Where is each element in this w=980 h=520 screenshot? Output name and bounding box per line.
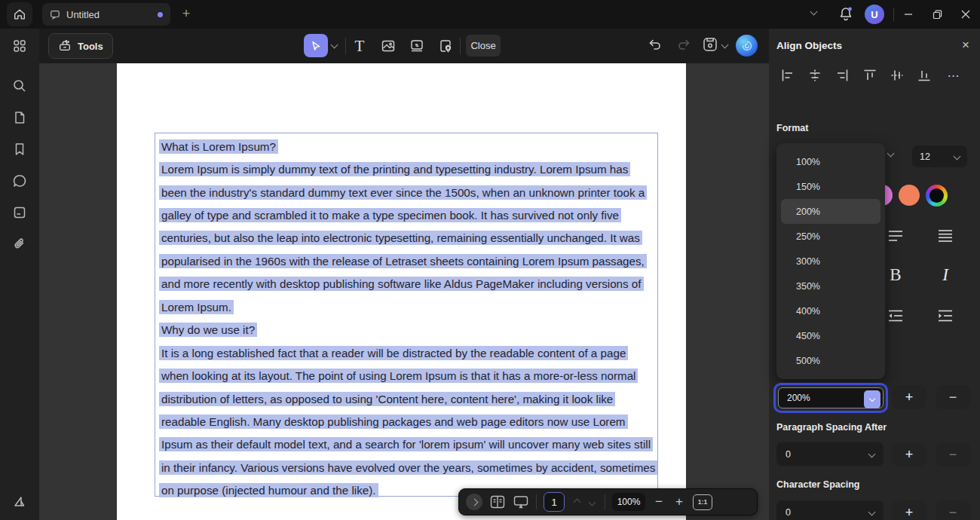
zoom-out-button[interactable]: −: [652, 494, 666, 509]
restore-button[interactable]: [926, 6, 948, 23]
add-location-button[interactable]: [435, 36, 456, 56]
dropdown-option[interactable]: 500%: [781, 348, 880, 373]
notification-bell-icon[interactable]: [838, 6, 853, 22]
font-size-select[interactable]: 12: [912, 145, 967, 167]
dropdown-option[interactable]: 250%: [781, 224, 880, 249]
select-tool-chevron-icon[interactable]: [331, 41, 338, 49]
redo-button[interactable]: [676, 37, 691, 52]
home-button[interactable]: [7, 2, 32, 26]
save-button[interactable]: [701, 35, 719, 54]
bottom-toolbar-divider: [605, 494, 605, 509]
tab-title: Untitled: [66, 9, 152, 20]
outdent-button[interactable]: [884, 304, 907, 327]
panel-close-button[interactable]: ×: [957, 37, 974, 54]
save-chevron-icon[interactable]: [721, 41, 729, 49]
format-section-label: Format: [776, 123, 808, 133]
paragraph-spacing-decrease-button[interactable]: −: [936, 442, 970, 466]
new-tab-button[interactable]: +: [179, 8, 193, 21]
add-link-button[interactable]: [406, 36, 427, 56]
document-line: when looking at its layout. The point of…: [159, 364, 657, 387]
document-page[interactable]: What is Lorem Ipsum? Lorem Ipsum is simp…: [117, 63, 686, 520]
dropdown-option[interactable]: 400%: [781, 298, 880, 323]
text-justify-button[interactable]: [934, 225, 957, 247]
zoom-level-input[interactable]: 100%: [612, 493, 645, 511]
bookmarks-button[interactable]: [11, 140, 29, 158]
indent-button[interactable]: [934, 304, 957, 327]
document-line: popularised in the 1960s with the releas…: [159, 249, 657, 272]
character-spacing-select[interactable]: 0: [776, 500, 884, 520]
document-canvas: What is Lorem Ipsum? Lorem Ipsum is simp…: [39, 63, 769, 520]
document-line: It is a long established fact that a rea…: [159, 341, 657, 364]
bottom-toolbar: 1 100% − + 1:1: [458, 488, 758, 515]
align-middle-vertical-button[interactable]: [888, 66, 906, 84]
add-image-button[interactable]: [378, 36, 399, 56]
dropdown-option[interactable]: 100%: [781, 149, 880, 174]
signature-tool-button[interactable]: [11, 493, 29, 511]
search-button[interactable]: [11, 77, 29, 95]
line-spacing-decrease-button[interactable]: −: [936, 385, 970, 409]
line-spacing-increase-button[interactable]: +: [892, 385, 926, 409]
paragraph-spacing-increase-button[interactable]: +: [892, 442, 926, 466]
dropdown-option[interactable]: 300%: [781, 249, 880, 274]
dropdown-option[interactable]: 150%: [781, 174, 880, 199]
character-spacing-decrease-button[interactable]: −: [936, 500, 970, 520]
dropdown-option-selected[interactable]: 200%: [781, 199, 880, 224]
text-align-left-button[interactable]: [884, 225, 907, 247]
line-spacing-dropdown-menu: 100% 150% 200% 250% 300% 350% 400% 450% …: [776, 143, 885, 379]
ai-assistant-button[interactable]: [736, 35, 758, 57]
align-top-button[interactable]: [861, 66, 879, 84]
character-spacing-increase-button[interactable]: +: [892, 500, 926, 520]
location-page-icon: [438, 38, 453, 54]
line-spacing-input[interactable]: 200%: [778, 387, 884, 408]
line-spacing-dropdown-button[interactable]: [864, 390, 880, 408]
line-spacing-value: 200%: [787, 393, 810, 403]
document-line: galley of type and scrambled it to make …: [159, 203, 657, 226]
document-tab[interactable]: Untitled: [42, 3, 170, 26]
align-left-button[interactable]: [779, 66, 797, 84]
italic-button[interactable]: I: [934, 264, 957, 286]
dropdown-option[interactable]: 450%: [781, 323, 880, 348]
selected-text-block[interactable]: What is Lorem Ipsum? Lorem Ipsum is simp…: [155, 133, 658, 497]
font-family-chevron-icon[interactable]: [887, 150, 895, 158]
page-layout-button[interactable]: [489, 494, 506, 509]
add-text-button[interactable]: T: [349, 36, 370, 56]
close-window-button[interactable]: [955, 6, 976, 23]
document-line: in their infancy. Various versions have …: [159, 456, 657, 479]
paragraph-spacing-select[interactable]: 0: [776, 442, 884, 466]
user-avatar[interactable]: U: [865, 5, 884, 24]
undo-button[interactable]: [648, 37, 663, 52]
more-align-options-button[interactable]: ⋯: [945, 66, 963, 84]
collapse-toolbar-button[interactable]: [466, 494, 482, 510]
previous-page-button[interactable]: [574, 498, 581, 506]
chevron-right-icon: [470, 498, 478, 506]
align-center-horizontal-button[interactable]: [806, 66, 824, 84]
image-icon: [381, 38, 396, 54]
color-wheel-center: [929, 188, 944, 203]
presentation-mode-button[interactable]: [513, 494, 529, 509]
paragraph-spacing-value: 0: [786, 449, 791, 460]
color-swatch-orange[interactable]: [899, 185, 920, 206]
color-wheel-picker[interactable]: [926, 185, 948, 206]
comments-button[interactable]: [11, 172, 29, 190]
page-number-input[interactable]: 1: [544, 492, 565, 512]
dropdown-option[interactable]: 350%: [781, 274, 880, 298]
tools-button[interactable]: Tools: [48, 33, 113, 59]
file-attachment-panel-button[interactable]: [11, 203, 29, 222]
document-line: and more recently with desktop publishin…: [159, 273, 657, 295]
zoom-in-button[interactable]: +: [672, 494, 686, 509]
page-thumbnails-button[interactable]: [11, 109, 29, 127]
titlebar-divider: [893, 8, 894, 21]
apps-grid-button[interactable]: [11, 37, 29, 55]
character-spacing-label: Character Spacing: [776, 479, 859, 490]
bold-button[interactable]: B: [884, 264, 907, 286]
select-tool-button[interactable]: [304, 34, 328, 57]
align-right-button[interactable]: [833, 66, 851, 84]
text-tool-icon: T: [355, 37, 365, 56]
close-editing-button[interactable]: Close: [466, 35, 501, 57]
align-bottom-button[interactable]: [915, 66, 933, 84]
next-page-button[interactable]: [589, 498, 596, 506]
actual-size-button[interactable]: 1:1: [693, 494, 712, 510]
paperclip-button[interactable]: [11, 235, 29, 253]
minimize-button[interactable]: [898, 6, 919, 23]
titlebar-chevron-down-icon[interactable]: [810, 8, 818, 16]
